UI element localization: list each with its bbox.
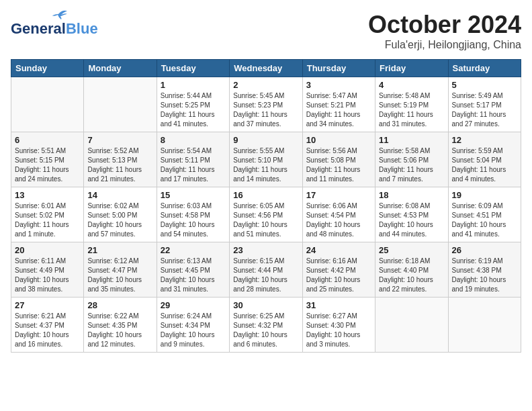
calendar-cell: 25Sunrise: 6:18 AM Sunset: 4:40 PM Dayli…: [375, 242, 448, 298]
day-info: Sunrise: 6:06 AM Sunset: 4:54 PM Dayligh…: [306, 201, 371, 239]
day-number: 15: [161, 190, 226, 200]
day-info: Sunrise: 5:56 AM Sunset: 5:08 PM Dayligh…: [306, 146, 371, 184]
weekday-header: Friday: [375, 60, 448, 77]
calendar-week-row: 27Sunrise: 6:21 AM Sunset: 4:37 PM Dayli…: [11, 298, 521, 353]
day-info: Sunrise: 5:45 AM Sunset: 5:23 PM Dayligh…: [233, 91, 298, 129]
logo: GeneralBlue: [11, 11, 98, 38]
day-number: 5: [452, 80, 517, 90]
day-number: 26: [452, 245, 517, 255]
calendar-cell: 9Sunrise: 5:55 AM Sunset: 5:10 PM Daylig…: [230, 132, 302, 187]
calendar-cell: 7Sunrise: 5:52 AM Sunset: 5:13 PM Daylig…: [84, 132, 157, 187]
day-info: Sunrise: 6:12 AM Sunset: 4:47 PM Dayligh…: [87, 257, 152, 294]
weekday-header: Saturday: [448, 60, 521, 77]
day-info: Sunrise: 5:48 AM Sunset: 5:19 PM Dayligh…: [379, 91, 444, 129]
day-number: 29: [161, 300, 226, 310]
day-number: 21: [87, 245, 152, 255]
day-info: Sunrise: 6:05 AM Sunset: 4:56 PM Dayligh…: [233, 201, 298, 239]
calendar-cell: 10Sunrise: 5:56 AM Sunset: 5:08 PM Dayli…: [302, 132, 375, 187]
day-number: 10: [306, 135, 371, 145]
calendar-cell: 31Sunrise: 6:27 AM Sunset: 4:30 PM Dayli…: [302, 298, 375, 353]
calendar-week-row: 20Sunrise: 6:11 AM Sunset: 4:49 PM Dayli…: [11, 242, 521, 298]
calendar-cell: 24Sunrise: 6:16 AM Sunset: 4:42 PM Dayli…: [302, 242, 375, 298]
calendar-cell: 23Sunrise: 6:15 AM Sunset: 4:44 PM Dayli…: [230, 242, 302, 298]
calendar-cell: 21Sunrise: 6:12 AM Sunset: 4:47 PM Dayli…: [84, 242, 157, 298]
title-block: October 2024 Fula'erji, Heilongjiang, Ch…: [368, 11, 521, 51]
calendar-cell: 26Sunrise: 6:19 AM Sunset: 4:38 PM Dayli…: [448, 242, 521, 298]
day-info: Sunrise: 5:49 AM Sunset: 5:17 PM Dayligh…: [452, 91, 517, 129]
day-info: Sunrise: 6:19 AM Sunset: 4:38 PM Dayligh…: [452, 257, 517, 294]
calendar-cell: 6Sunrise: 5:51 AM Sunset: 5:15 PM Daylig…: [11, 132, 84, 187]
calendar-cell: 14Sunrise: 6:02 AM Sunset: 5:00 PM Dayli…: [84, 187, 157, 242]
day-info: Sunrise: 5:51 AM Sunset: 5:15 PM Dayligh…: [15, 146, 80, 184]
calendar-cell: 28Sunrise: 6:22 AM Sunset: 4:35 PM Dayli…: [84, 298, 157, 353]
day-number: 11: [379, 135, 444, 145]
day-number: 28: [87, 300, 152, 310]
day-info: Sunrise: 5:58 AM Sunset: 5:06 PM Dayligh…: [379, 146, 444, 184]
calendar-cell: 13Sunrise: 6:01 AM Sunset: 5:02 PM Dayli…: [11, 187, 84, 242]
day-info: Sunrise: 5:44 AM Sunset: 5:25 PM Dayligh…: [161, 91, 226, 129]
day-number: 27: [15, 300, 80, 310]
calendar-cell: 20Sunrise: 6:11 AM Sunset: 4:49 PM Dayli…: [11, 242, 84, 298]
day-info: Sunrise: 6:09 AM Sunset: 4:51 PM Dayligh…: [452, 201, 517, 239]
day-number: 24: [306, 245, 371, 255]
day-info: Sunrise: 6:01 AM Sunset: 5:02 PM Dayligh…: [15, 201, 80, 239]
day-info: Sunrise: 6:21 AM Sunset: 4:37 PM Dayligh…: [15, 312, 80, 349]
calendar-cell: 3Sunrise: 5:47 AM Sunset: 5:21 PM Daylig…: [302, 77, 375, 132]
calendar-cell: 29Sunrise: 6:24 AM Sunset: 4:34 PM Dayli…: [157, 298, 229, 353]
day-info: Sunrise: 5:59 AM Sunset: 5:04 PM Dayligh…: [452, 146, 517, 184]
day-number: 18: [379, 190, 444, 200]
day-info: Sunrise: 5:47 AM Sunset: 5:21 PM Dayligh…: [306, 91, 371, 129]
day-number: 8: [161, 135, 226, 145]
day-number: 23: [233, 245, 298, 255]
calendar-cell: 18Sunrise: 6:08 AM Sunset: 4:53 PM Dayli…: [375, 187, 448, 242]
day-number: 2: [233, 80, 298, 90]
day-number: 6: [15, 135, 80, 145]
calendar-cell: 17Sunrise: 6:06 AM Sunset: 4:54 PM Dayli…: [302, 187, 375, 242]
day-info: Sunrise: 6:18 AM Sunset: 4:40 PM Dayligh…: [379, 257, 444, 294]
day-number: 20: [15, 245, 80, 255]
day-info: Sunrise: 6:16 AM Sunset: 4:42 PM Dayligh…: [306, 257, 371, 294]
weekday-header: Sunday: [11, 60, 84, 77]
calendar-cell: [448, 298, 521, 353]
day-number: 31: [306, 300, 371, 310]
calendar-cell: 12Sunrise: 5:59 AM Sunset: 5:04 PM Dayli…: [448, 132, 521, 187]
day-number: 16: [233, 190, 298, 200]
calendar-table: SundayMondayTuesdayWednesdayThursdayFrid…: [11, 59, 521, 353]
calendar-cell: 4Sunrise: 5:48 AM Sunset: 5:19 PM Daylig…: [375, 77, 448, 132]
calendar-cell: 11Sunrise: 5:58 AM Sunset: 5:06 PM Dayli…: [375, 132, 448, 187]
calendar-cell: [84, 77, 157, 132]
day-number: 22: [161, 245, 226, 255]
day-number: 25: [379, 245, 444, 255]
day-number: 1: [161, 80, 226, 90]
day-number: 30: [233, 300, 298, 310]
calendar-cell: 5Sunrise: 5:49 AM Sunset: 5:17 PM Daylig…: [448, 77, 521, 132]
day-number: 12: [452, 135, 517, 145]
calendar-cell: 30Sunrise: 6:25 AM Sunset: 4:32 PM Dayli…: [230, 298, 302, 353]
calendar-cell: [375, 298, 448, 353]
day-info: Sunrise: 6:15 AM Sunset: 4:44 PM Dayligh…: [233, 257, 298, 294]
calendar-week-row: 6Sunrise: 5:51 AM Sunset: 5:15 PM Daylig…: [11, 132, 521, 187]
calendar-cell: 27Sunrise: 6:21 AM Sunset: 4:37 PM Dayli…: [11, 298, 84, 353]
weekday-header: Thursday: [302, 60, 375, 77]
day-info: Sunrise: 5:52 AM Sunset: 5:13 PM Dayligh…: [87, 146, 152, 184]
day-number: 17: [306, 190, 371, 200]
day-number: 3: [306, 80, 371, 90]
day-info: Sunrise: 6:11 AM Sunset: 4:49 PM Dayligh…: [15, 257, 80, 294]
day-info: Sunrise: 6:22 AM Sunset: 4:35 PM Dayligh…: [87, 312, 152, 349]
month-title: October 2024: [368, 11, 521, 39]
day-number: 4: [379, 80, 444, 90]
calendar-cell: 19Sunrise: 6:09 AM Sunset: 4:51 PM Dayli…: [448, 187, 521, 242]
calendar-cell: [11, 77, 84, 132]
calendar-cell: 15Sunrise: 6:03 AM Sunset: 4:58 PM Dayli…: [157, 187, 229, 242]
calendar-week-row: 1Sunrise: 5:44 AM Sunset: 5:25 PM Daylig…: [11, 77, 521, 132]
page-header: GeneralBlue October 2024 Fula'erji, Heil…: [11, 11, 521, 51]
day-number: 9: [233, 135, 298, 145]
day-info: Sunrise: 6:27 AM Sunset: 4:30 PM Dayligh…: [306, 312, 371, 349]
day-info: Sunrise: 6:08 AM Sunset: 4:53 PM Dayligh…: [379, 201, 444, 239]
day-info: Sunrise: 6:02 AM Sunset: 5:00 PM Dayligh…: [87, 201, 152, 239]
weekday-header: Monday: [84, 60, 157, 77]
day-info: Sunrise: 5:55 AM Sunset: 5:10 PM Dayligh…: [233, 146, 298, 184]
logo-text: GeneralBlue: [11, 20, 98, 38]
day-info: Sunrise: 6:25 AM Sunset: 4:32 PM Dayligh…: [233, 312, 298, 349]
day-info: Sunrise: 5:54 AM Sunset: 5:11 PM Dayligh…: [161, 146, 226, 184]
